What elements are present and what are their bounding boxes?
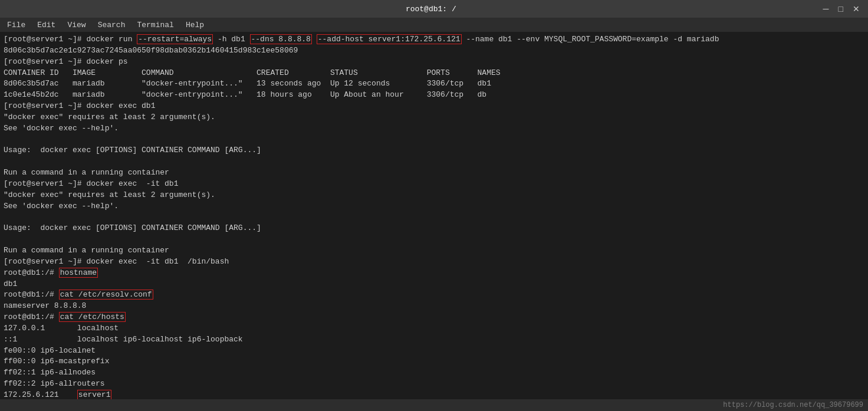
highlight-addhost: --add-host server1:172.25.6.121 <box>317 34 462 44</box>
terminal-line-hosts-4: ff00::0 ip6-mcastprefix <box>4 356 864 367</box>
terminal-line-blank2 <box>4 156 864 167</box>
highlight-server1: server1 <box>77 390 112 399</box>
terminal-body[interactable]: [root@server1 ~]# docker run --restart=a… <box>0 32 868 399</box>
highlight-restart: --restart=always <box>137 34 213 44</box>
terminal-line-exec3: [root@server1 ~]# docker exec -it db1 /b… <box>4 257 864 268</box>
maximize-button[interactable]: □ <box>836 4 846 14</box>
terminal-line-hosts-3: fe00::0 ip6-localnet <box>4 346 864 357</box>
highlight-hostname: hostname <box>59 268 98 278</box>
terminal-line-hosts-2: ::1 localhost ip6-localhost ip6-loopback <box>4 334 864 346</box>
line1-mid1: -h db1 <box>213 35 249 44</box>
line1-prefix: [root@server1 ~]# docker run <box>4 35 137 44</box>
terminal-line-exec2-err2: See 'docker exec --help'. <box>4 201 864 212</box>
terminal-line-exec2-err1: "docker exec" requires at least 2 argume… <box>4 190 864 201</box>
highlight-hosts: cat /etc/hosts <box>59 312 126 322</box>
terminal-line-1: [root@server1 ~]# docker run --restart=a… <box>4 34 864 45</box>
menu-file[interactable]: File <box>2 19 30 31</box>
terminal-line-blank4 <box>4 234 864 245</box>
terminal-line-hostname-result: db1 <box>4 279 864 290</box>
terminal-window: root@db1: / ─ □ ✕ File Edit View Search … <box>0 0 868 411</box>
terminal-line-exec1-err1: "docker exec" requires at least 2 argume… <box>4 112 864 123</box>
titlebar: root@db1: / ─ □ ✕ <box>0 0 868 18</box>
statusbar: https://blog.csdn.net/qq_39679699 <box>0 399 868 411</box>
terminal-line-exec1: [root@server1 ~]# docker exec db1 <box>4 101 864 112</box>
terminal-line-hosts-6: ff02::2 ip6-allrouters <box>4 379 864 390</box>
minimize-button[interactable]: ─ <box>821 4 831 14</box>
terminal-table-row1: 8d06c3b5d7ac mariadb "docker-entrypoint.… <box>4 78 864 90</box>
window-controls: ─ □ ✕ <box>821 4 862 14</box>
terminal-line-hostname-cmd: root@db1:/# hostname <box>4 268 864 279</box>
terminal-table-row2: 1c0e1e45b2dc mariadb "docker-entrypoint.… <box>4 90 864 101</box>
menu-view[interactable]: View <box>63 19 90 31</box>
hosts-ip: 172.25.6.121 <box>4 390 77 399</box>
terminal-line-hosts-1: 127.0.0.1 localhost <box>4 323 864 334</box>
terminal-line-desc1: Run a command in a running container <box>4 167 864 179</box>
terminal-line-resolv-result: nameserver 8.8.8.8 <box>4 301 864 312</box>
terminal-line-3: [root@server1 ~]# docker ps <box>4 57 864 68</box>
statusbar-link: https://blog.csdn.net/qq_39679699 <box>723 401 863 409</box>
window-title: root@db1: / <box>41 5 821 14</box>
prompt-db1-2: root@db1:/# <box>4 290 59 299</box>
menu-edit[interactable]: Edit <box>32 19 60 31</box>
terminal-line-2: 8d06c3b5d7ac2e1c9273ac7245aa0650f98dbab0… <box>4 45 864 57</box>
terminal-line-usage1: Usage: docker exec [OPTIONS] CONTAINER C… <box>4 145 864 156</box>
close-button[interactable]: ✕ <box>850 4 862 14</box>
menubar: File Edit View Search Terminal Help <box>0 18 868 32</box>
terminal-line-hosts-cmd: root@db1:/# cat /etc/hosts <box>4 312 864 323</box>
terminal-line-hosts-7: 172.25.6.121 server1 <box>4 390 864 399</box>
line1-rest: --name db1 --env MYSQL_ROOT_PASSWORD=exa… <box>462 35 719 44</box>
terminal-line-blank1 <box>4 134 864 146</box>
prompt-db1-3: root@db1:/# <box>4 313 59 321</box>
terminal-line-exec1-err2: See 'docker exec --help'. <box>4 123 864 134</box>
terminal-line-desc2: Run a command in a running container <box>4 245 864 257</box>
terminal-line-blank3 <box>4 212 864 223</box>
highlight-dns: --dns 8.8.8.8 <box>250 34 312 44</box>
terminal-line-usage2: Usage: docker exec [OPTIONS] CONTAINER C… <box>4 223 864 234</box>
prompt-db1-1: root@db1:/# <box>4 268 59 277</box>
terminal-line-resolv-cmd: root@db1:/# cat /etc/resolv.conf <box>4 290 864 301</box>
terminal-table-header: CONTAINER ID IMAGE COMMAND CREATED STATU… <box>4 68 864 79</box>
terminal-line-exec2: [root@server1 ~]# docker exec -it db1 <box>4 179 864 190</box>
menu-help[interactable]: Help <box>181 19 209 31</box>
menu-terminal[interactable]: Terminal <box>132 19 178 31</box>
highlight-resolv: cat /etc/resolv.conf <box>59 290 153 300</box>
line1-mid2 <box>312 35 317 44</box>
menu-search[interactable]: Search <box>93 19 130 31</box>
terminal-line-hosts-5: ff02::1 ip6-allnodes <box>4 367 864 379</box>
